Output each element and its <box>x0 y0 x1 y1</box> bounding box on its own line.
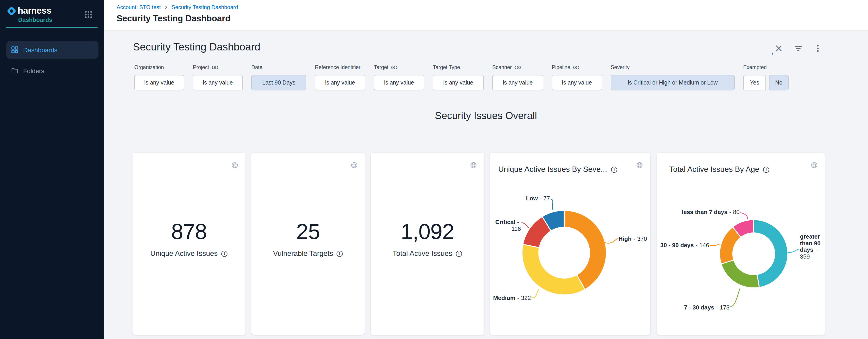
stat-label: Unique Active Issues <box>150 250 218 258</box>
link-icon <box>212 65 218 69</box>
sidebar-item-dashboards[interactable]: Dashboards <box>6 41 98 59</box>
folder-icon <box>11 67 18 74</box>
filter-date: Date Last 90 Days <box>251 64 306 90</box>
filter-value-button[interactable]: is any value <box>433 75 484 90</box>
filter-severity: Severity is Critical or High or Medium o… <box>611 64 735 90</box>
donut-label-low: Low-77 <box>504 195 550 202</box>
breadcrumb-account-link[interactable]: Account: STO test <box>117 4 161 10</box>
filter-label: Reference Identifier <box>315 64 361 70</box>
filter-label: Target Type <box>433 64 460 70</box>
tile-unique-active-issues-by-severity: Unique Active Issues By Seve... High-370… <box>490 153 650 335</box>
filter-value-button[interactable]: is any value <box>193 75 243 90</box>
donut-label-lt-7-days: less than 7 days-80 <box>667 209 740 216</box>
filter-scanner: Scanner is any value <box>492 64 543 90</box>
link-icon <box>573 65 580 69</box>
kebab-menu-icon[interactable] <box>814 45 822 52</box>
info-icon[interactable] <box>221 250 228 257</box>
filter-label: Scanner <box>492 64 512 70</box>
filter-label: Target <box>374 64 389 70</box>
filter-value-button[interactable]: is any value <box>134 75 184 90</box>
chevron-right-icon <box>164 5 168 9</box>
module-name: Dashboards <box>18 16 52 23</box>
filter-reference-identifier: Reference Identifier is any value <box>315 64 365 90</box>
harness-logo-icon[interactable] <box>6 6 17 16</box>
close-icon[interactable] <box>775 45 783 52</box>
exempted-no-button[interactable]: No <box>769 75 788 90</box>
filter-label: Date <box>251 64 262 70</box>
filter-label: Pipeline <box>552 64 570 70</box>
app-window: harness Dashboards Dashboards Fo <box>0 0 868 339</box>
tile-vulnerable-targets: 25 Vulnerable Targets <box>251 153 365 335</box>
stat-value: 878 <box>132 219 245 244</box>
donut-label-7-30-days: 7 - 30 days-173 <box>665 305 730 311</box>
filter-value-button[interactable]: is any value <box>374 75 424 90</box>
section-title: Security Issues Overall <box>104 110 868 122</box>
brand-name: harness <box>18 5 51 16</box>
breadcrumb: Account: STO test Security Testing Dashb… <box>117 4 238 10</box>
sidebar-nav: Dashboards Folders <box>0 41 104 80</box>
info-icon[interactable] <box>336 250 343 257</box>
filter-label: Project <box>193 64 209 70</box>
filter-label: Exempted <box>743 64 767 70</box>
stat-label: Total Active Issues <box>393 250 452 258</box>
globe-icon[interactable] <box>351 162 358 169</box>
donut-chart-severity[interactable] <box>490 153 650 335</box>
dashboards-icon <box>11 46 18 53</box>
donut-label-critical: Critical-116 <box>490 219 521 232</box>
sidebar-item-folders[interactable]: Folders <box>6 62 98 80</box>
sidebar: harness Dashboards Dashboards Fo <box>0 0 104 339</box>
top-header: Account: STO test Security Testing Dashb… <box>104 0 868 31</box>
cursor-dot <box>772 53 773 55</box>
link-icon <box>391 65 398 69</box>
donut-label-high: High-370 <box>618 236 650 243</box>
filter-project: Project is any value <box>193 64 243 90</box>
filter-value-button[interactable]: is Critical or High or Medium or Low <box>611 75 735 90</box>
filter-bar: Organization is any value Project is any… <box>134 64 788 90</box>
stat-value: 1,092 <box>371 219 484 244</box>
app-grid-icon[interactable] <box>84 10 93 19</box>
globe-icon[interactable] <box>231 162 238 169</box>
info-icon[interactable] <box>456 250 462 257</box>
stat-value: 25 <box>251 219 365 244</box>
sidebar-item-label: Dashboards <box>23 46 57 53</box>
donut-label-30-90-days: 30 - 90 days-146 <box>656 242 709 249</box>
exempted-yes-button[interactable]: Yes <box>743 75 766 90</box>
donut-label-medium: Medium-322 <box>490 295 531 302</box>
donut-label-gt-90-days: greater than 90 days-359 <box>800 233 826 260</box>
page-title: Security Testing Dashboard <box>117 13 230 24</box>
tile-total-active-issues: 1,092 Total Active Issues <box>371 153 484 335</box>
link-icon <box>515 65 521 69</box>
filter-value-button[interactable]: is any value <box>552 75 602 90</box>
tile-unique-active-issues: 878 Unique Active Issues <box>132 153 245 335</box>
filter-organization: Organization is any value <box>134 64 184 90</box>
filter-pipeline: Pipeline is any value <box>552 64 602 90</box>
sidebar-divider <box>6 27 98 28</box>
globe-icon[interactable] <box>470 162 477 169</box>
sidebar-item-label: Folders <box>23 67 44 74</box>
dashboard-title: Security Testing Dashboard <box>133 41 260 53</box>
filter-label: Severity <box>611 64 629 70</box>
breadcrumb-page-link[interactable]: Security Testing Dashboard <box>172 4 238 10</box>
filter-value-button[interactable]: Last 90 Days <box>251 75 306 90</box>
dashboard-toolbar <box>775 45 822 52</box>
filter-target-type: Target Type is any value <box>433 64 484 90</box>
filter-label: Organization <box>134 64 164 70</box>
tile-total-active-issues-by-age: Total Active Issues By Age greater than … <box>656 153 825 335</box>
filter-value-button[interactable]: is any value <box>492 75 543 90</box>
stat-label: Vulnerable Targets <box>273 250 333 258</box>
filter-value-button[interactable]: is any value <box>315 75 365 90</box>
filter-target: Target is any value <box>374 64 424 90</box>
filter-exempted: Exempted Yes No <box>743 64 788 90</box>
filter-icon[interactable] <box>795 45 802 52</box>
